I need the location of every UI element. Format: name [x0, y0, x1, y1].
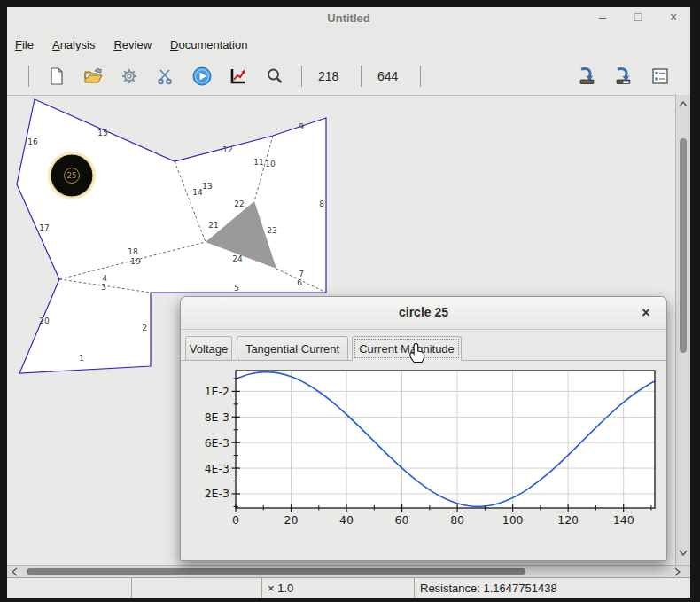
edge-label: 7 — [299, 270, 304, 278]
settings-button[interactable] — [117, 64, 141, 88]
window-controls: – □ × — [595, 10, 681, 24]
settings-gear-icon — [121, 67, 138, 85]
tab-current-magnitude[interactable]: Current Magnitude — [352, 336, 462, 361]
y-tick-label: 4E-3 — [205, 462, 229, 475]
export-image-alt-button[interactable] — [611, 64, 635, 88]
results-chart-icon — [229, 67, 247, 85]
canvas-height-value[interactable]: 644 — [377, 69, 404, 83]
report-icon — [651, 67, 669, 85]
horizontal-scrollbar-thumb[interactable] — [27, 568, 525, 575]
menu-review[interactable]: Review — [109, 36, 156, 53]
y-tick-label: 1E-2 — [205, 385, 229, 398]
edge-label: 13 — [202, 182, 212, 191]
new-file-icon — [49, 67, 65, 85]
tab-voltage[interactable]: Voltage — [185, 336, 232, 361]
y-tick-label: 8E-3 — [205, 410, 229, 424]
x-tick-label: 20 — [284, 513, 299, 527]
edge-label: 2 — [142, 324, 147, 332]
dialog-content: 0204060801001201402E-34E-36E-38E-31E-2 — [181, 361, 668, 561]
y-tick-label: 6E-3 — [205, 436, 229, 450]
status-resistance: Resistance: 1.1647751438 — [415, 578, 690, 598]
vertical-scrollbar[interactable] — [675, 95, 690, 565]
toolbar-separator — [361, 66, 362, 87]
status-zoom-factor: × 1.0 — [262, 578, 415, 598]
export-image-icon — [578, 66, 597, 85]
menu-file[interactable]: File — [11, 36, 38, 53]
dialog-tab-bar: Voltage Tangential Current Current Magni… — [181, 330, 666, 361]
scroll-left-button[interactable] — [7, 566, 21, 577]
results-dialog[interactable]: circle 25 × Voltage Tangential Current C… — [180, 296, 667, 561]
export-image-button[interactable] — [575, 64, 599, 88]
canvas-width-value[interactable]: 218 — [318, 69, 345, 83]
edge-label: 18 — [128, 247, 138, 256]
current-magnitude-chart: 0204060801001201402E-34E-36E-38E-31E-2 — [181, 361, 668, 561]
edge-label: 24 — [232, 254, 243, 263]
dialog-titlebar[interactable]: circle 25 × — [181, 297, 666, 330]
edge-label: 16 — [27, 137, 38, 146]
edge-label: 8 — [319, 199, 324, 208]
export-image-alt-icon — [614, 66, 634, 85]
edge-label: 22 — [234, 199, 244, 208]
scroll-down-button[interactable] — [676, 545, 690, 559]
edge-label: 9 — [299, 122, 304, 131]
x-tick-label: 0 — [232, 513, 239, 527]
x-tick-label: 120 — [557, 513, 579, 527]
edge-label: 5 — [234, 284, 239, 293]
chevron-left-icon — [12, 567, 18, 576]
chevron-right-icon — [674, 567, 681, 576]
window-title: Untitled — [7, 12, 690, 25]
maximize-button[interactable]: □ — [630, 10, 646, 24]
dialog-close-button[interactable]: × — [636, 303, 656, 323]
menubar: File Analysis Review Documentation — [11, 33, 252, 56]
report-button[interactable] — [648, 64, 672, 88]
toolbar: 218 644 — [7, 57, 690, 95]
chevron-down-icon — [679, 550, 688, 556]
zoom-icon — [266, 67, 284, 85]
edge-label: 20 — [39, 317, 50, 325]
edge-label: 4 — [102, 274, 107, 283]
cut-scissors-icon — [157, 67, 175, 85]
results-button[interactable] — [226, 64, 250, 88]
open-file-button[interactable] — [81, 64, 105, 88]
scroll-right-button[interactable] — [670, 566, 684, 577]
vertical-scrollbar-thumb[interactable] — [680, 138, 687, 353]
edge-label: 17 — [39, 223, 49, 232]
cut-button[interactable] — [153, 64, 177, 88]
edge-label: 1 — [79, 354, 84, 363]
chevron-up-icon — [679, 101, 688, 107]
edge-label: 10 — [265, 160, 276, 168]
edge-label: 11 — [253, 158, 263, 167]
run-button[interactable] — [190, 64, 214, 88]
open-file-icon — [83, 67, 103, 85]
x-tick-label: 60 — [395, 513, 409, 527]
x-tick-label: 80 — [450, 513, 464, 527]
dialog-title: circle 25 — [181, 305, 666, 319]
toolbar-right-group — [569, 64, 678, 88]
edge-label: 12 — [222, 145, 232, 154]
horizontal-scrollbar[interactable] — [7, 565, 690, 577]
scroll-up-button[interactable] — [676, 97, 690, 111]
titlebar[interactable]: Untitled – □ × — [7, 7, 690, 31]
minimize-button[interactable]: – — [595, 10, 611, 24]
tab-tangential-current[interactable]: Tangential Current — [237, 336, 348, 361]
close-button[interactable]: × — [665, 10, 681, 24]
new-file-button[interactable] — [44, 64, 68, 88]
status-cell-2 — [132, 578, 262, 598]
run-play-icon — [192, 66, 212, 86]
status-cell-1 — [7, 578, 132, 598]
toolbar-separator — [28, 66, 29, 87]
x-tick-label: 40 — [339, 513, 354, 527]
menu-analysis[interactable]: Analysis — [48, 36, 99, 53]
edge-label: 23 — [267, 226, 276, 235]
menu-documentation[interactable]: Documentation — [166, 36, 252, 53]
zoom-button[interactable] — [262, 64, 286, 88]
edge-label: 3 — [101, 283, 106, 292]
edge-label: 19 — [130, 257, 141, 266]
circle-label: 25 — [67, 171, 77, 180]
edge-label: 15 — [97, 129, 107, 137]
edge-label: 21 — [208, 221, 218, 230]
x-tick-label: 100 — [502, 513, 524, 527]
toolbar-separator — [420, 66, 421, 87]
y-tick-label: 2E-3 — [205, 487, 229, 500]
x-tick-label: 140 — [613, 513, 634, 527]
